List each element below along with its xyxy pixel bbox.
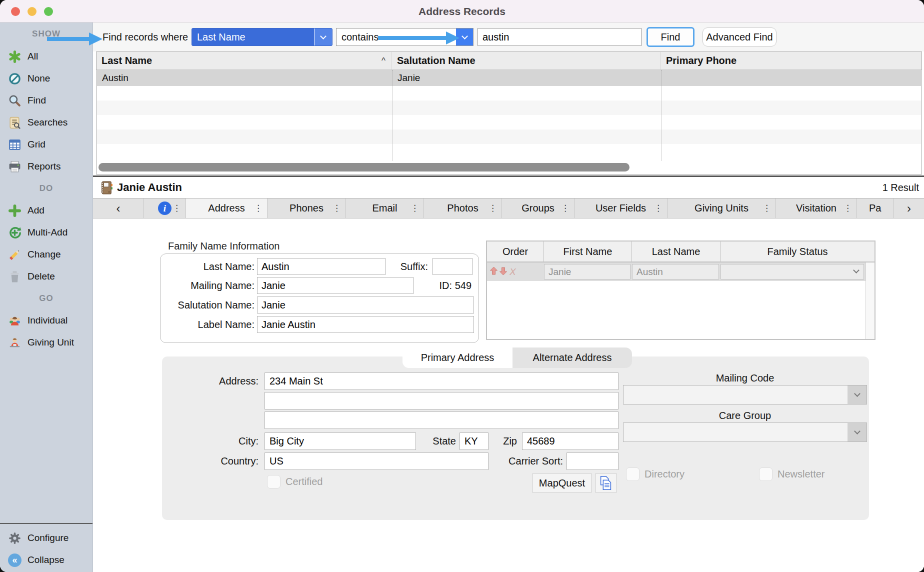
carrier-sort-field[interactable]	[566, 452, 618, 470]
sidebar-item-searches[interactable]: Searches	[0, 112, 92, 134]
tab-email[interactable]: Email ⋮	[346, 198, 424, 218]
move-down-icon[interactable]	[499, 266, 508, 278]
copy-address-button[interactable]	[595, 473, 617, 493]
trash-icon	[8, 270, 22, 284]
tab-photos[interactable]: Photos ⋮	[424, 198, 502, 218]
tab-phones[interactable]: Phones ⋮	[268, 198, 346, 218]
sidebar-item-change[interactable]: Change	[0, 244, 92, 266]
sidebar-item-label: Giving Unit	[28, 337, 74, 348]
sidebar-item-configure[interactable]: Configure	[0, 527, 92, 549]
zip-field[interactable]	[522, 432, 618, 450]
tab-alternate-address[interactable]: Alternate Address	[512, 348, 632, 368]
last-name-field[interactable]	[257, 258, 386, 275]
label-name-field[interactable]	[257, 316, 474, 333]
find-prompt: Find records where	[102, 22, 188, 52]
tab-pastoral-truncated[interactable]: Pa	[857, 198, 894, 218]
address-label: Address:	[192, 372, 258, 390]
chevron-down-icon	[848, 423, 866, 442]
tab-menu-dots[interactable]: ⋮	[172, 198, 181, 218]
tab-info[interactable]: i ⋮	[144, 198, 186, 218]
multi-add-icon	[8, 226, 22, 240]
sidebar-item-none[interactable]: None	[0, 68, 92, 90]
certified-checkbox[interactable]	[267, 475, 280, 488]
tab-scroll-right-button[interactable]: ›	[894, 198, 924, 218]
member-row[interactable]: X Janie Austin	[487, 262, 874, 281]
member-first-name[interactable]: Janie	[544, 264, 630, 280]
sidebar-item-giving-unit[interactable]: Giving Unit	[0, 332, 92, 354]
tab-giving-units[interactable]: Giving Units ⋮	[668, 198, 776, 218]
tab-scroll-left-button[interactable]: ‹	[93, 198, 144, 218]
tab-menu-dots[interactable]: ⋮	[844, 198, 852, 218]
member-last-name[interactable]: Austin	[632, 264, 719, 280]
collapse-icon: «	[8, 554, 22, 567]
member-family-status-dropdown[interactable]	[720, 264, 864, 280]
care-group-dropdown[interactable]	[623, 422, 867, 442]
address-line3-field[interactable]	[264, 412, 618, 429]
chevron-down-icon[interactable]	[314, 28, 332, 46]
result-row-selected[interactable]: Austin Janie	[97, 70, 921, 86]
plus-icon	[8, 204, 22, 218]
vertical-scrollbar-track[interactable]	[866, 262, 874, 339]
advanced-find-button[interactable]: Advanced Find	[702, 28, 776, 46]
tab-menu-dots[interactable]: ⋮	[332, 198, 341, 218]
sidebar-item-find[interactable]: Find	[0, 90, 92, 112]
salutation-name-label: Salutation Name:	[160, 296, 254, 314]
address-line1-field[interactable]	[264, 372, 618, 390]
column-header-salutation-name[interactable]: Salutation Name	[392, 52, 661, 70]
sidebar-item-collapse[interactable]: « Collapse	[0, 549, 92, 571]
tab-groups[interactable]: Groups ⋮	[502, 198, 574, 218]
chevron-right-icon: ›	[907, 202, 911, 216]
state-field[interactable]	[460, 432, 488, 450]
country-field[interactable]	[264, 452, 488, 470]
tab-menu-dots[interactable]: ⋮	[654, 198, 662, 218]
column-header-primary-phone[interactable]: Primary Phone	[661, 52, 922, 70]
empty-row	[97, 130, 921, 144]
sidebar-item-all[interactable]: All	[0, 46, 92, 68]
column-header-last-name[interactable]: Last Name ^	[96, 52, 392, 70]
cell-salutation-name: Janie	[392, 70, 662, 86]
app-window: Address Records SHOW All None Find Searc…	[0, 0, 924, 572]
address-line2-field[interactable]	[264, 392, 618, 410]
sidebar-item-multi-add[interactable]: Multi-Add	[0, 222, 92, 244]
sidebar-item-reports[interactable]: Reports	[0, 156, 92, 178]
sidebar-item-label: Searches	[28, 117, 68, 128]
asterisk-icon	[8, 50, 22, 64]
sidebar-item-grid[interactable]: Grid	[0, 134, 92, 156]
sidebar-item-label: Delete	[28, 271, 55, 282]
chevron-down-icon	[853, 267, 860, 274]
tab-visitation[interactable]: Visitation ⋮	[776, 198, 857, 218]
operator-dropdown-value: contains	[342, 32, 379, 42]
sidebar-item-label: Reports	[28, 161, 61, 172]
suffix-field[interactable]	[432, 258, 472, 275]
tab-menu-dots[interactable]: ⋮	[410, 198, 419, 218]
tab-menu-dots[interactable]: ⋮	[762, 198, 771, 218]
find-button[interactable]: Find	[646, 27, 694, 47]
sidebar-item-delete[interactable]: Delete	[0, 266, 92, 288]
mapquest-button[interactable]: MapQuest	[532, 473, 592, 493]
chevron-down-icon	[848, 386, 866, 404]
info-icon: i	[158, 202, 172, 215]
tab-user-fields[interactable]: User Fields ⋮	[574, 198, 668, 218]
move-up-icon[interactable]	[490, 266, 498, 278]
sidebar-section-go: GO	[0, 288, 92, 310]
directory-checkbox[interactable]	[626, 468, 640, 481]
search-value-input[interactable]	[478, 28, 642, 46]
city-field[interactable]	[264, 432, 416, 450]
mailing-code-dropdown[interactable]	[623, 385, 867, 404]
tab-primary-address[interactable]: Primary Address	[402, 348, 512, 368]
sidebar: SHOW All None Find Searches Grid Reports…	[0, 22, 93, 572]
horizontal-scrollbar-thumb[interactable]	[98, 163, 630, 172]
results-table: Last Name ^ Salutation Name Primary Phon…	[96, 52, 922, 174]
field-dropdown-value: Last Name	[197, 32, 246, 42]
tab-menu-dots[interactable]: ⋮	[488, 198, 497, 218]
salutation-name-field[interactable]	[257, 296, 474, 314]
sidebar-item-add[interactable]: Add	[0, 200, 92, 222]
newsletter-checkbox[interactable]	[759, 468, 772, 481]
tab-menu-dots[interactable]: ⋮	[254, 198, 262, 218]
tab-menu-dots[interactable]: ⋮	[561, 198, 570, 218]
care-group-label: Care Group	[623, 410, 867, 422]
remove-member-icon[interactable]: X	[510, 266, 516, 278]
tab-address[interactable]: Address ⋮	[186, 198, 268, 218]
sidebar-item-individual[interactable]: Individual	[0, 310, 92, 332]
field-dropdown[interactable]: Last Name	[192, 28, 332, 46]
